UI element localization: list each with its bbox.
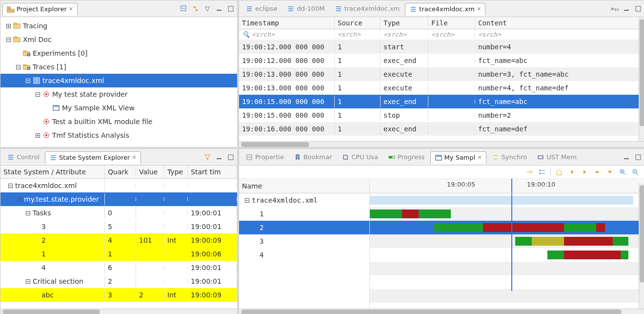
event-row[interactable]: 19:00:12.000 000 0001startnumber=4 [239, 40, 644, 54]
tree-toggle[interactable] [252, 252, 258, 258]
tree-toggle[interactable] [34, 265, 40, 271]
state-row[interactable]: 3519:00:01 [0, 220, 237, 233]
state-row[interactable]: 1119:00:06 [0, 247, 237, 261]
gantt-bar[interactable] [596, 223, 605, 232]
tree-toggle[interactable] [34, 292, 40, 298]
gantt-bar[interactable] [370, 196, 633, 205]
gantt-bar[interactable] [613, 237, 628, 246]
tree-item[interactable]: My Sample XML View [0, 101, 237, 115]
tree-toggle[interactable] [252, 225, 258, 230]
tree-item[interactable]: My test state provider [0, 87, 237, 101]
search-ts[interactable]: <srch> [252, 31, 275, 38]
gantt-bar[interactable] [402, 209, 419, 218]
maximize-button[interactable] [634, 4, 643, 13]
state-row[interactable]: my.test.state.provider [0, 192, 237, 206]
event-row[interactable]: 19:00:15.000 000 0001exec_endfct_name=ab… [239, 95, 644, 108]
tree-toggle[interactable] [252, 211, 258, 217]
gantt-bar[interactable] [515, 237, 532, 246]
timeline-gantt[interactable]: 19:00:0519:00:10 [370, 179, 644, 309]
editor-tab[interactable]: trace4xmldoc.xm [330, 2, 404, 15]
tree-item[interactable]: Test a builtin XML module file [0, 115, 237, 128]
state-row[interactable]: 4619:00:01 [0, 261, 237, 274]
event-row[interactable]: 19:00:15.000 000 0001stopnumber=2 [239, 108, 644, 122]
tree-toggle[interactable] [15, 50, 21, 56]
state-row[interactable]: Tasks019:00:01 [0, 206, 237, 220]
timeline-tab[interactable]: Synchro [487, 151, 532, 164]
state-system-scrollbar-h[interactable] [0, 309, 237, 314]
tree-item[interactable]: trace4xmldoc.xml [0, 74, 237, 87]
close-icon[interactable]: ✕ [132, 154, 136, 161]
gantt-bar[interactable] [564, 223, 596, 232]
tree-toggle[interactable] [34, 251, 40, 257]
col-value[interactable]: Value [136, 166, 164, 178]
tree-item[interactable]: Xml Doc [0, 33, 237, 46]
timeline-tab[interactable]: Progress [383, 151, 429, 164]
tree-toggle[interactable] [16, 196, 22, 202]
tree-toggle[interactable] [35, 91, 40, 97]
search-content[interactable]: <srch> [475, 29, 644, 40]
col-file[interactable]: File [428, 17, 475, 29]
col-type[interactable]: Type [381, 17, 428, 29]
gantt-bar[interactable] [419, 209, 451, 218]
tree-toggle[interactable] [25, 210, 31, 216]
col-source[interactable]: Source [335, 17, 381, 29]
state-system-tab[interactable]: State System Explorer✕ [45, 151, 141, 164]
tree-toggle[interactable] [34, 237, 40, 243]
filter-button[interactable] [203, 153, 212, 162]
collapse-all-button[interactable] [180, 4, 188, 13]
gantt-bar[interactable] [547, 251, 564, 259]
timeline-row[interactable]: 1 [239, 207, 369, 221]
zoom-out-button[interactable] [631, 167, 640, 176]
tree-item[interactable]: Traces [1] [0, 60, 237, 74]
tree-item[interactable]: Experiments [0] [0, 46, 237, 60]
event-table-scrollbar-v[interactable] [639, 17, 644, 141]
search-file[interactable]: <srch> [428, 29, 475, 40]
tree-toggle[interactable] [5, 37, 11, 42]
timeline-scrollbar-h[interactable] [239, 309, 644, 314]
col-type[interactable]: Type [164, 166, 188, 178]
tree-toggle[interactable] [44, 105, 50, 111]
event-row[interactable]: 19:00:13.000 000 0001executenumber=3, fc… [239, 67, 644, 81]
tree-toggle[interactable] [35, 119, 40, 125]
gantt-bar[interactable] [483, 223, 564, 232]
search-type[interactable]: <srch> [381, 29, 428, 40]
timeline-time-header[interactable]: 19:00:0519:00:10 [370, 179, 644, 193]
tree-toggle[interactable] [35, 132, 40, 138]
home-button[interactable] [555, 167, 564, 176]
state-row[interactable]: Critical section219:00:01 [0, 274, 237, 288]
zoom-in-button[interactable] [618, 167, 627, 176]
state-row[interactable]: abc32Int19:00:09 [0, 288, 237, 302]
tree-item[interactable]: Tmf Statistics Analysis [0, 128, 237, 142]
state-system-tab[interactable]: Control [2, 151, 44, 164]
timeline-scrollbar-v[interactable] [639, 183, 644, 309]
timeline-tab[interactable]: My Sampl✕ [430, 151, 486, 164]
editor-tab[interactable]: dd-100M [282, 2, 329, 15]
up-button[interactable] [593, 167, 602, 176]
col-timestamp[interactable]: Timestamp [239, 17, 335, 29]
gantt-row[interactable] [370, 207, 644, 221]
time-cursor[interactable] [511, 193, 512, 291]
gantt-row[interactable] [370, 234, 644, 248]
timeline-tab[interactable]: UST Mem [532, 151, 581, 164]
close-icon[interactable]: ✕ [477, 154, 482, 161]
event-row[interactable]: 19:00:12.000 000 0001exec_endfct_name=ab… [239, 54, 644, 67]
prev-button[interactable] [567, 167, 576, 176]
state-row[interactable]: trace4xmldoc.xml [0, 179, 237, 192]
minimize-button[interactable] [215, 4, 223, 13]
gantt-bar[interactable] [621, 251, 628, 259]
tree-toggle[interactable] [15, 64, 21, 70]
event-row[interactable]: 19:00:13.000 000 0001executenumber=4, fc… [239, 81, 644, 95]
show-legend-button[interactable] [538, 167, 546, 176]
minimize-button[interactable] [622, 153, 631, 162]
timeline-row[interactable]: trace4xmldoc.xml [239, 193, 369, 207]
gantt-bar[interactable] [532, 237, 564, 246]
next-button[interactable] [580, 167, 589, 176]
maximize-button[interactable] [226, 153, 235, 162]
tree-toggle[interactable] [34, 224, 40, 230]
timeline-tab[interactable]: CPU Usa [337, 151, 382, 164]
tree-toggle[interactable] [5, 23, 11, 29]
col-quark[interactable]: Quark [105, 166, 136, 178]
editor-tab[interactable]: trace4xmldoc.xm✕ [405, 3, 485, 16]
tree-toggle[interactable] [244, 197, 250, 203]
gantt-bar[interactable] [564, 237, 613, 246]
